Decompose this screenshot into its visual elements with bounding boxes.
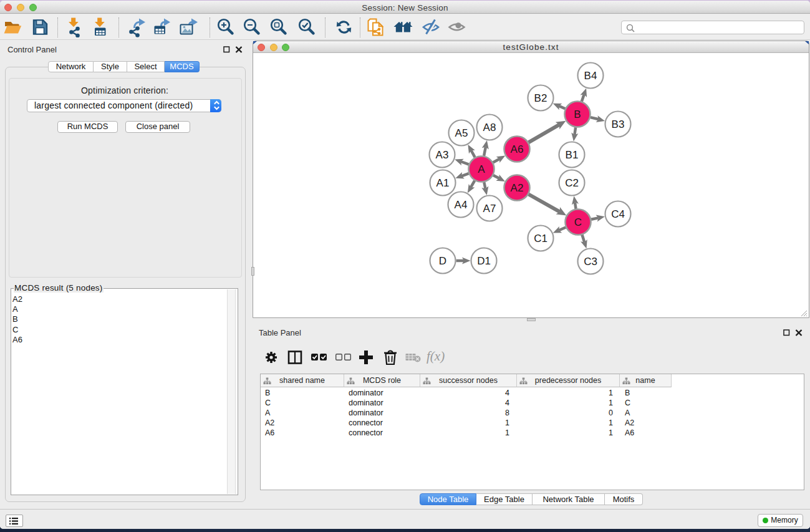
- svg-text:D1: D1: [477, 255, 491, 267]
- svg-text:C4: C4: [611, 208, 625, 220]
- svg-text:A3: A3: [436, 149, 449, 161]
- svg-text:A8: A8: [483, 122, 496, 133]
- svg-text:A6: A6: [511, 143, 524, 155]
- svg-text:C1: C1: [534, 233, 547, 244]
- svg-text:C3: C3: [584, 256, 597, 268]
- svg-text:A5: A5: [455, 127, 468, 139]
- svg-text:C: C: [574, 216, 582, 228]
- svg-text:B4: B4: [584, 70, 597, 82]
- svg-text:A2: A2: [511, 182, 524, 194]
- svg-text:C2: C2: [565, 177, 579, 189]
- svg-text:B1: B1: [566, 149, 579, 161]
- svg-text:B3: B3: [612, 118, 625, 130]
- svg-text:B2: B2: [534, 92, 547, 104]
- svg-text:A: A: [478, 163, 485, 175]
- svg-text:A4: A4: [455, 199, 468, 211]
- svg-text:D: D: [439, 255, 446, 267]
- svg-text:A7: A7: [483, 203, 496, 215]
- svg-text:B: B: [574, 109, 581, 120]
- svg-text:A1: A1: [436, 177, 450, 189]
